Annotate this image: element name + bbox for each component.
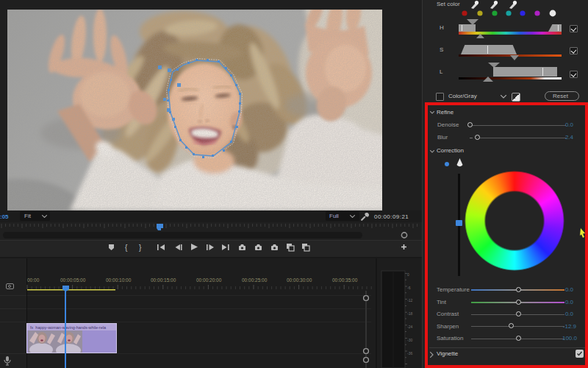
svg-text:{: { bbox=[125, 244, 128, 252]
svg-text:}: } bbox=[139, 244, 142, 252]
